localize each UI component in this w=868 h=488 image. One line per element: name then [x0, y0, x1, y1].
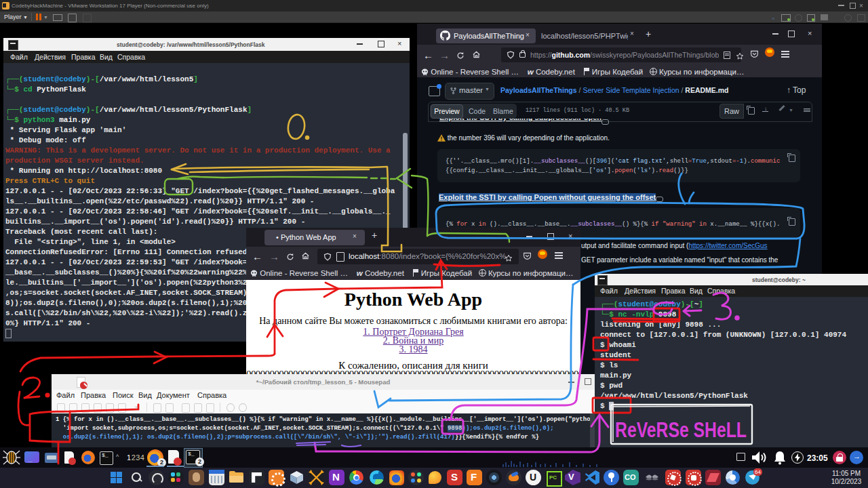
svg-text:ReVeRSe SHeLL: ReVeRSe SHeLL: [615, 418, 747, 442]
